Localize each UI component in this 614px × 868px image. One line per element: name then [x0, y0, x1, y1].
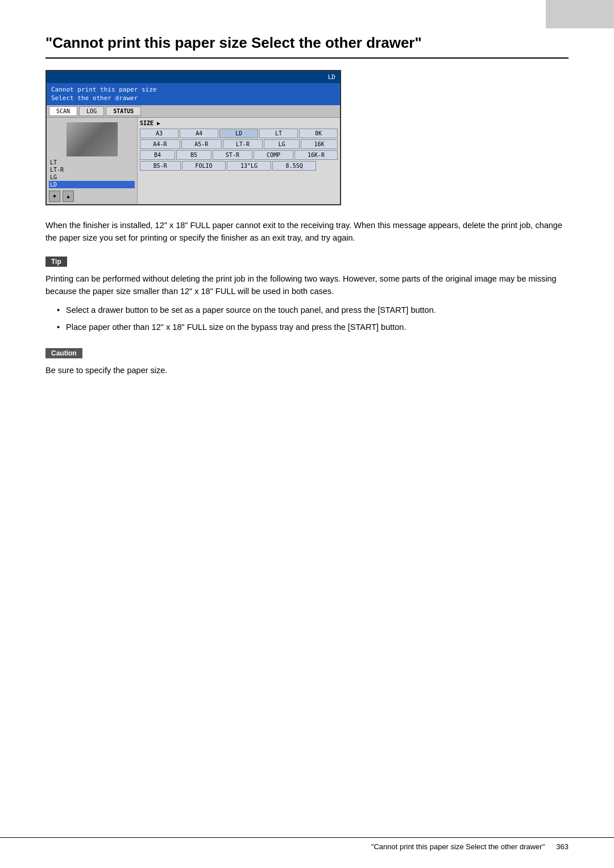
printer-ui-top-bar: LD: [47, 71, 340, 83]
size-btn-lt[interactable]: LT: [259, 129, 298, 138]
tab-status[interactable]: STATUS: [106, 106, 141, 116]
size-btn-str[interactable]: ST-R: [213, 150, 252, 160]
size-btn-a5r[interactable]: A5-R: [181, 139, 222, 149]
printer-ui-message: Cannot print this paper size Select the …: [47, 83, 340, 105]
printer-ui-screenshot: LD Cannot print this paper size Select t…: [45, 70, 341, 205]
caution-section: Caution Be sure to specify the paper siz…: [45, 348, 569, 377]
size-label: SIZE ▶: [140, 120, 160, 126]
printer-message-line2: Select the other drawer: [51, 94, 335, 102]
tab-log[interactable]: LOG: [79, 106, 104, 116]
size-btn-16k[interactable]: 16K: [301, 139, 338, 149]
drawer-list: LT LT-R LG LD: [49, 159, 135, 188]
size-btn-folio[interactable]: FOLIO: [182, 161, 226, 171]
printer-image: [67, 122, 118, 156]
size-btn-16kr[interactable]: 16K-R: [294, 150, 338, 160]
size-grid-row2: A4-R A5-R LT-R LG 16K: [140, 139, 338, 149]
tip-badge: Tip: [45, 257, 67, 267]
top-gray-bar: [546, 0, 614, 28]
page-title: "Cannot print this paper size Select the…: [45, 34, 569, 59]
down-arrow-btn[interactable]: ▼: [49, 191, 60, 202]
size-btn-13lg[interactable]: 13"LG: [227, 161, 271, 171]
size-btn-b5r[interactable]: B5-R: [140, 161, 181, 171]
tip-bullet-2: Place paper other than 12" x 18" FULL si…: [57, 321, 569, 333]
printer-ui-controls: ▼ ▲: [49, 191, 135, 202]
printer-ui-tabs-row: SCAN LOG STATUS: [47, 105, 340, 118]
size-btn-8k[interactable]: 8K: [299, 129, 338, 138]
printer-message-line1: Cannot print this paper size: [51, 85, 335, 94]
body-paragraph: When the finisher is installed, 12" x 18…: [45, 219, 569, 245]
tip-section: Tip Printing can be performed without de…: [45, 256, 569, 334]
size-grid-row3: B4 B5 ST-R COMP 16K-R: [140, 150, 338, 160]
size-btn-a4r[interactable]: A4-R: [140, 139, 180, 149]
tip-bullet-1: Select a drawer button to be set as a pa…: [57, 304, 569, 316]
tip-bullet-list: Select a drawer button to be set as a pa…: [57, 304, 569, 334]
caution-badge: Caution: [45, 348, 82, 358]
caution-text: Be sure to specify the paper size.: [45, 364, 569, 377]
size-btn-a4[interactable]: A4: [180, 129, 218, 138]
size-btn-b4[interactable]: B4: [140, 150, 175, 160]
printer-ui-body: LT LT-R LG LD ▼ ▲ SIZE ▶ A3 A4: [47, 118, 340, 204]
size-btn-comp[interactable]: COMP: [254, 150, 293, 160]
size-btn-lg[interactable]: LG: [264, 139, 300, 149]
tip-text: Printing can be performed without deleti…: [45, 272, 569, 298]
size-grid-row4: B5-R FOLIO 13"LG 8.5SQ: [140, 161, 338, 171]
drawer-item-ltr[interactable]: LT-R: [49, 166, 135, 173]
size-btn-ld[interactable]: LD: [219, 129, 258, 138]
size-btn-a3[interactable]: A3: [140, 129, 179, 138]
footer-page-number: 363: [556, 842, 569, 851]
drawer-item-ld[interactable]: LD: [49, 181, 135, 188]
size-btn-ltr[interactable]: LT-R: [223, 139, 263, 149]
printer-ui-top-label: LD: [328, 73, 335, 81]
printer-ui-right-panel: SIZE ▶ A3 A4 LD LT 8K A4-R A5-R LT-R LG …: [138, 118, 340, 204]
size-btn-b5[interactable]: B5: [176, 150, 211, 160]
drawer-item-lg[interactable]: LG: [49, 173, 135, 181]
footer-title: "Cannot print this paper size Select the…: [371, 842, 545, 851]
page-footer: "Cannot print this paper size Select the…: [0, 837, 614, 851]
size-btn-85sq[interactable]: 8.5SQ: [272, 161, 317, 171]
size-grid-row1: A3 A4 LD LT 8K: [140, 129, 338, 138]
tab-scan[interactable]: SCAN: [49, 106, 77, 116]
up-arrow-btn[interactable]: ▲: [63, 191, 74, 202]
drawer-item-lt[interactable]: LT: [49, 159, 135, 166]
printer-ui-left-panel: LT LT-R LG LD ▼ ▲: [47, 118, 138, 204]
